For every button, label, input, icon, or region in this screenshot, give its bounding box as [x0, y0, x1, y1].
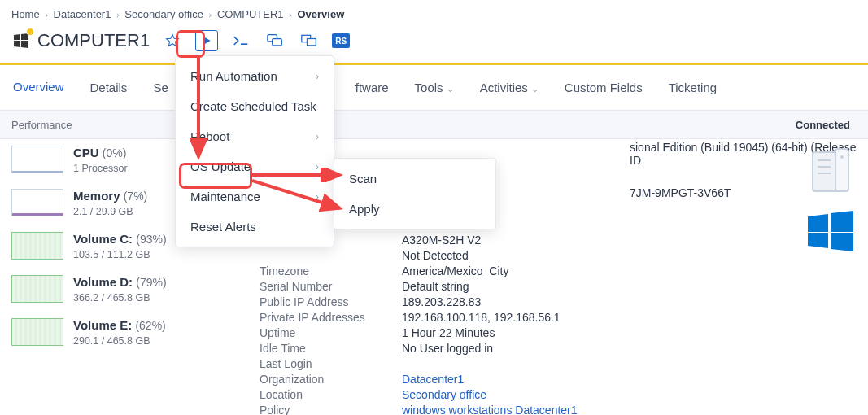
server-icon	[808, 147, 853, 196]
tab-overview[interactable]: Overview	[11, 65, 66, 110]
rs-button[interactable]: RS	[332, 33, 350, 48]
chevron-down-icon: ⌄	[447, 84, 454, 94]
menu-maintenance[interactable]: Maintenance›	[176, 181, 334, 212]
submenu-scan[interactable]: Scan	[334, 164, 495, 194]
sparkline-vol-c	[11, 232, 63, 260]
title-row: COMPUTER1 RS	[0, 25, 868, 63]
sparkline-vol-d	[11, 275, 63, 303]
menu-create-scheduled-task[interactable]: Create Scheduled Task	[176, 91, 334, 121]
sparkline-memory	[11, 189, 63, 216]
chevron-right-icon: ›	[316, 161, 319, 173]
remote-button[interactable]	[298, 30, 321, 51]
lastlogin-value	[402, 357, 868, 370]
public-ip-value: 189.203.228.83	[402, 295, 868, 308]
tab-details[interactable]: Details	[89, 66, 129, 109]
tab-software[interactable]: ftware	[354, 66, 390, 109]
tab-tools[interactable]: Tools⌄	[413, 66, 456, 109]
metric-vol-d[interactable]: Volume D: (79%) 366.2 / 465.8 GB	[11, 275, 237, 304]
chat-button[interactable]	[264, 30, 286, 51]
metric-vol-e[interactable]: Volume E: (62%) 290.1 / 465.8 GB	[11, 318, 237, 347]
organization-link[interactable]: Datacenter1	[402, 373, 868, 386]
performance-label: Performance	[11, 119, 72, 131]
tab-activities[interactable]: Activities⌄	[478, 66, 540, 109]
windows-logo-icon	[808, 211, 853, 251]
breadcrumb-computer[interactable]: COMPUTER1	[217, 8, 284, 20]
chevron-right-icon: ›	[316, 131, 319, 142]
windows-icon	[11, 31, 31, 50]
timezone-value: America/Mexico_City	[402, 264, 868, 277]
terminal-icon	[233, 34, 249, 47]
run-menu-button[interactable]	[195, 30, 218, 51]
star-icon	[165, 33, 180, 48]
tab-ticketing[interactable]: Ticketing	[667, 66, 718, 109]
screens-icon	[301, 34, 317, 47]
tab-se[interactable]: Se	[151, 66, 169, 109]
svg-rect-4	[308, 39, 316, 46]
run-menu: Run Automation› Create Scheduled Task Re…	[175, 55, 334, 247]
rs-icon: RS	[335, 37, 347, 46]
breadcrumb: Home › Datacenter1 › Secondary office › …	[0, 0, 868, 25]
sparkline-cpu	[11, 146, 63, 173]
breadcrumb-home[interactable]: Home	[11, 8, 40, 20]
chevron-down-icon: ⌄	[531, 84, 539, 94]
serial-value: Default string	[402, 280, 868, 293]
chevron-right-icon: ›	[45, 10, 48, 20]
breadcrumb-office[interactable]: Secondary office	[124, 8, 203, 20]
favorite-button[interactable]	[161, 30, 184, 51]
panel-header: Performance Connected	[0, 111, 868, 139]
connected-status: Connected	[796, 119, 850, 131]
menu-os-update[interactable]: OS Update›	[176, 151, 334, 181]
menu-run-automation[interactable]: Run Automation›	[176, 61, 334, 91]
page-title: COMPUTER1	[37, 30, 150, 51]
uptime-value: 1 Hour 22 Minutes	[402, 326, 868, 339]
svg-rect-6	[835, 149, 848, 191]
chevron-right-icon: ›	[209, 10, 212, 20]
tpm-value: Not Detected	[402, 249, 868, 262]
menu-reset-alerts[interactable]: Reset Alerts	[176, 212, 334, 242]
chevron-right-icon: ›	[316, 71, 319, 82]
chat-icon	[267, 33, 283, 48]
private-ip-value: 192.168.100.118, 192.168.56.1	[402, 311, 868, 324]
chevron-right-icon: ›	[116, 10, 120, 20]
menu-reboot[interactable]: Reboot›	[176, 121, 334, 151]
breadcrumb-current: Overview	[297, 8, 344, 20]
alert-badge	[26, 28, 34, 36]
motherboard-value: A320M-S2H V2	[402, 234, 868, 247]
breadcrumb-datacenter[interactable]: Datacenter1	[54, 8, 111, 20]
submenu-apply[interactable]: Apply	[334, 194, 495, 224]
idle-value: No User logged in	[402, 342, 868, 355]
chevron-right-icon: ›	[316, 191, 319, 203]
terminal-button[interactable]	[229, 30, 252, 51]
tab-custom-fields[interactable]: Custom Fields	[563, 66, 644, 109]
location-link[interactable]: Secondary office	[402, 388, 868, 401]
chevron-right-icon: ›	[289, 10, 292, 20]
tab-bar: Overview Details Se ftware Tools⌄ Activi…	[0, 65, 868, 111]
sparkline-vol-e	[11, 318, 63, 346]
svg-rect-2	[273, 39, 282, 46]
play-icon	[201, 35, 212, 46]
policy-link[interactable]: windows workstations Datacenter1	[402, 404, 868, 416]
os-update-submenu: Scan Apply	[334, 158, 496, 229]
svg-point-7	[840, 155, 844, 159]
